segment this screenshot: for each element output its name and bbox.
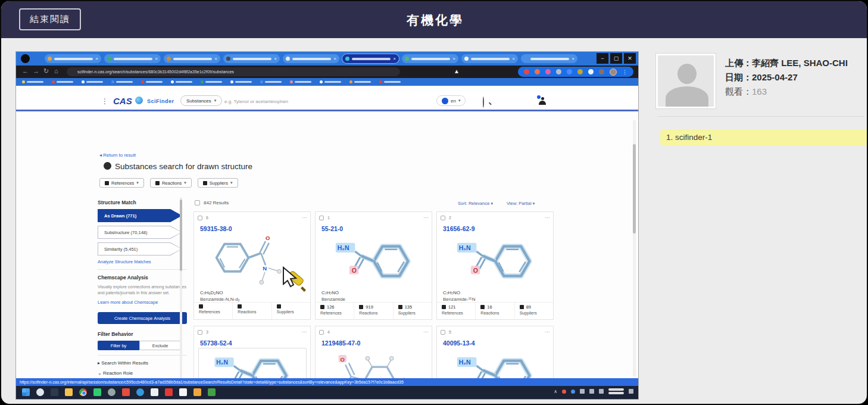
tray-icon[interactable] — [571, 390, 575, 394]
extension-icon[interactable] — [535, 69, 540, 74]
action-button[interactable]: Reactions ▾ — [150, 178, 192, 188]
bookmark-chip[interactable] — [379, 80, 401, 83]
tab-close-icon[interactable]: × — [393, 57, 396, 61]
extension-icon[interactable] — [524, 69, 529, 74]
tab-close-icon[interactable]: × — [452, 57, 455, 61]
select-all-checkbox[interactable] — [195, 200, 200, 205]
bookmark-chip[interactable] — [82, 80, 103, 83]
taskbar-app-icon[interactable] — [208, 388, 216, 396]
window-control-button[interactable]: − — [597, 53, 608, 64]
card-suppliers-cell[interactable]: 135 Suppliers — [394, 303, 432, 319]
sidebar-scrollbar[interactable] — [180, 197, 182, 399]
card-overflow-icon[interactable]: ⋯ — [545, 329, 549, 335]
tab-close-icon[interactable]: × — [95, 57, 98, 61]
home-icon[interactable]: ⌂ — [54, 67, 58, 74]
tab-close-icon[interactable]: × — [333, 57, 336, 61]
page-scrollbar[interactable] — [633, 120, 636, 376]
card-checkbox[interactable] — [441, 216, 445, 220]
taskbar-app-icon[interactable] — [51, 388, 58, 396]
card-overflow-icon[interactable]: ⋯ — [545, 215, 549, 220]
taskbar-app-icon[interactable] — [179, 388, 187, 396]
taskbar-app-icon[interactable] — [151, 388, 158, 396]
card-reactions-cell[interactable]: Reactions — [233, 303, 271, 319]
bookmark-chip[interactable] — [290, 80, 311, 83]
search-within-results[interactable]: ▸ Search Within Results — [98, 360, 187, 366]
cas-number-link[interactable]: 55-21-0 — [321, 225, 343, 232]
extension-icon[interactable] — [577, 69, 583, 74]
card-overflow-icon[interactable]: ⋯ — [423, 215, 428, 220]
structure-match-option[interactable]: Similarity (5,451) — [98, 242, 182, 256]
bookmark-chip[interactable] — [201, 80, 222, 83]
reaction-role-facet-heading[interactable]: ⌄ Reaction Role — [98, 370, 187, 376]
action-button[interactable]: References ▾ — [99, 178, 144, 188]
extension-icon[interactable] — [567, 69, 572, 74]
cas-number-link[interactable]: 1219485-47-0 — [321, 339, 360, 347]
chemscape-learn-more-link[interactable]: Learn more about Chemscape — [98, 300, 187, 305]
menu-icon[interactable]: ⋮ — [101, 97, 108, 105]
pointer-ext-icon[interactable]: ▲ — [454, 68, 460, 74]
analyze-structure-link[interactable]: Analyze Structure Matches — [98, 259, 187, 264]
forward-icon[interactable]: → — [33, 67, 39, 74]
tray-icon[interactable] — [562, 390, 566, 394]
sort-dropdown[interactable]: Sort: Relevance ▾ — [458, 201, 493, 206]
structure-image[interactable]: O H₂N O H₂N — [198, 233, 307, 288]
extension-icon[interactable] — [556, 69, 561, 74]
bookmark-chip[interactable] — [171, 80, 192, 83]
cas-logo[interactable]: CAS — [113, 96, 132, 106]
tab-close-icon[interactable]: × — [274, 57, 277, 61]
tray-expand-icon[interactable]: ∧ — [554, 389, 557, 394]
card-overflow-icon[interactable]: ⋯ — [302, 215, 307, 220]
browser-tab[interactable]: × — [521, 54, 577, 63]
browser-tab[interactable]: × — [45, 54, 101, 63]
taskbar-app-icon[interactable] — [79, 388, 87, 396]
bookmark-chip[interactable] — [52, 80, 73, 83]
card-references-cell[interactable]: 126 References — [316, 303, 354, 319]
card-checkbox[interactable] — [441, 330, 445, 335]
browser-tab[interactable]: × — [104, 54, 161, 63]
return-link[interactable]: ◂ Return to result — [99, 152, 136, 158]
extension-icon[interactable] — [545, 69, 551, 74]
tab-close-icon[interactable]: × — [572, 57, 574, 61]
search-scope-dropdown[interactable]: Substances▾ — [180, 95, 222, 106]
action-button[interactable]: Suppliers ▾ — [198, 178, 238, 188]
bookmark-chip[interactable] — [22, 80, 43, 83]
taskbar-clock[interactable] — [608, 388, 624, 394]
taskbar-app-icon[interactable] — [65, 388, 73, 396]
taskbar-app-icon[interactable] — [36, 388, 44, 396]
browser-profile-icon[interactable] — [21, 54, 30, 63]
extension-icon[interactable] — [599, 69, 604, 74]
browser-tab[interactable]: × — [283, 54, 339, 63]
bookmark-item[interactable]: 1. scifinder-1 — [660, 129, 868, 145]
browser-tab[interactable]: × — [223, 54, 280, 63]
bookmark-chip[interactable] — [349, 80, 371, 83]
tray-icon[interactable] — [599, 389, 604, 394]
taskbar-app-icon[interactable] — [193, 388, 201, 396]
language-selector[interactable]: en ▾ — [436, 95, 466, 106]
card-checkbox[interactable] — [198, 216, 202, 220]
taskbar-app-icon[interactable] — [22, 388, 30, 396]
search-input[interactable]: e.g. Tylenol or acetaminophen — [224, 99, 288, 104]
card-reactions-cell[interactable]: 16 Reactions — [476, 303, 514, 319]
taskbar-app-icon[interactable] — [122, 388, 130, 396]
cas-number-link[interactable]: 31656-62-9 — [443, 225, 475, 232]
bookmark-chip[interactable] — [141, 80, 163, 83]
browser-tab[interactable]: × — [402, 54, 458, 63]
tray-icon[interactable] — [589, 389, 594, 394]
bookmark-chip[interactable] — [260, 80, 282, 83]
structure-image[interactable]: O H₂N O H₂N — [441, 233, 549, 288]
tab-close-icon[interactable]: × — [214, 57, 217, 61]
browser-avatar[interactable] — [610, 68, 617, 76]
card-reactions-cell[interactable]: 919 Reactions — [354, 303, 393, 319]
tab-close-icon[interactable]: × — [512, 57, 515, 61]
window-control-button[interactable]: ▢ — [610, 53, 622, 64]
search-icon[interactable] — [483, 97, 484, 108]
view-dropdown[interactable]: View: Partial ▾ — [507, 201, 535, 206]
browser-tab[interactable]: × — [164, 54, 220, 63]
card-suppliers-cell[interactable]: Suppliers — [272, 303, 310, 319]
browser-menu-icon[interactable]: ⋮ — [622, 69, 627, 75]
back-icon[interactable]: ← — [22, 67, 29, 74]
structure-match-option[interactable]: As Drawn (771) — [98, 209, 182, 222]
card-references-cell[interactable]: 121 References — [437, 303, 476, 319]
filter-by-toggle[interactable]: Filter by — [98, 341, 139, 350]
tab-close-icon[interactable]: × — [155, 57, 158, 61]
